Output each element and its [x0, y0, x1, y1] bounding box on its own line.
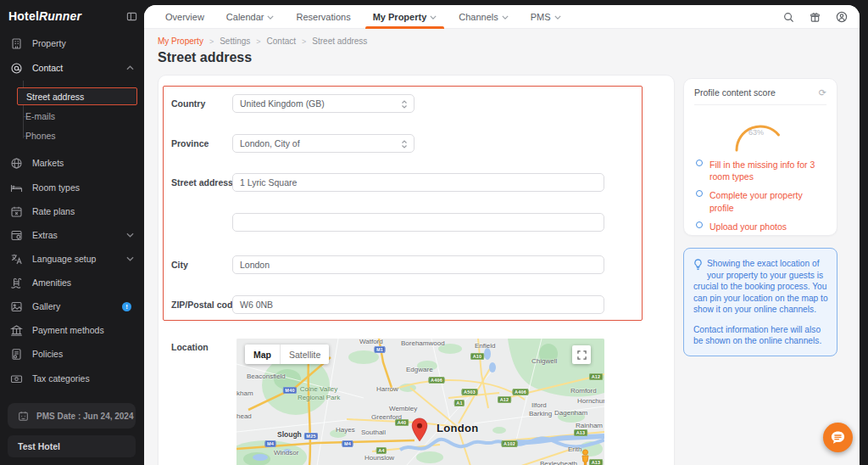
score-checklist-item[interactable]: Upload your photos: [696, 221, 828, 232]
breadcrumb-current: Street address: [312, 36, 367, 46]
street-address-input[interactable]: 1 Lyric Square: [232, 173, 604, 192]
sidebar-item-markets[interactable]: Markets: [0, 153, 144, 173]
nav-pms[interactable]: PMS: [520, 5, 572, 29]
map-view-button[interactable]: Map: [245, 345, 280, 364]
sidebar: HotelRunner Property Contact Street addr…: [0, 0, 144, 465]
form-highlight-outline: [163, 86, 643, 321]
fullscreen-button[interactable]: [572, 345, 591, 364]
gift-icon[interactable]: [810, 12, 821, 23]
zip-input[interactable]: W6 0NB: [232, 295, 604, 314]
map-town-label: Ilford: [531, 401, 547, 409]
nav-reservations[interactable]: Reservations: [285, 5, 361, 29]
sidebar-item-label: Tax categories: [32, 373, 90, 384]
satellite-view-button[interactable]: Satellite: [280, 345, 329, 364]
sidebar-item-gallery[interactable]: Gallery !: [0, 296, 144, 317]
sidebar-item-payment-methods[interactable]: Payment methods: [0, 320, 144, 340]
nav-channels[interactable]: Channels: [448, 5, 519, 29]
breadcrumb-contact[interactable]: Contact: [267, 36, 296, 46]
map-town-label: Borehamwood: [401, 339, 445, 347]
map-town-label: Watford: [359, 339, 383, 345]
chevron-down-icon: [126, 232, 134, 238]
nav-my-property[interactable]: My Property: [362, 5, 448, 29]
map-town-label: Slough: [277, 430, 302, 439]
road-badge: A503: [462, 389, 478, 395]
map-town-label: Enfield: [475, 342, 495, 350]
nav-calendar[interactable]: Calendar: [215, 5, 286, 29]
checklist-item-label: Complete your property profile: [709, 189, 828, 213]
map-town-label: Chigwell: [531, 357, 557, 365]
score-checklist-item[interactable]: Complete your property profile: [696, 189, 828, 213]
sidebar-item-label: Rate plans: [32, 206, 75, 216]
map-city-label: London: [437, 422, 478, 434]
breadcrumb-my-property[interactable]: My Property: [158, 36, 203, 46]
search-icon[interactable]: [783, 12, 794, 23]
refresh-icon[interactable]: ⟳: [819, 88, 826, 98]
checklist-item-label: Fill in the missing info for 3 room type…: [709, 159, 828, 182]
province-select[interactable]: London, City of: [232, 134, 415, 153]
sidebar-item-emails[interactable]: E-mails: [25, 108, 127, 125]
score-value: 63%: [748, 128, 764, 137]
right-edge-strip: [860, 0, 868, 465]
account-icon[interactable]: [836, 11, 848, 23]
country-label: Country: [171, 98, 205, 109]
property-switcher[interactable]: Test Hotel: [8, 435, 136, 457]
map-town-label: Barking: [529, 410, 552, 417]
sidebar-item-rate-plans[interactable]: Rate plans: [0, 201, 144, 221]
image-icon: [10, 300, 23, 313]
map-town-label: Hornchurch: [577, 397, 604, 405]
score-checklist-item[interactable]: Fill in the missing info for 3 room type…: [696, 159, 828, 182]
map-marker-pin[interactable]: [411, 417, 428, 442]
road-badge: M1: [374, 346, 385, 353]
map-town-label: Rainham: [576, 422, 603, 429]
road-badge: A40: [395, 419, 409, 426]
map-town-label: Bexleyheath: [540, 460, 577, 465]
pms-date-label: PMS Date : Jun 24, 2024: [36, 412, 134, 421]
page-title: Street address: [158, 50, 252, 65]
tip-paragraph-2: Contact information here will also be sh…: [693, 324, 828, 347]
sidebar-item-amenities[interactable]: Amenities: [0, 272, 144, 293]
city-input[interactable]: London: [232, 255, 604, 274]
sidebar-item-extras[interactable]: Extras: [0, 225, 144, 245]
location-map[interactable]: WatfordBorehamwoodEnfieldChigwellEdgware…: [236, 339, 604, 465]
location-label: Location: [171, 342, 209, 352]
park-label: Colne ValleyRegional Park: [289, 385, 348, 401]
sidebar-item-property[interactable]: Property: [0, 33, 144, 53]
sidebar-collapse-icon[interactable]: [126, 11, 137, 22]
sidebar-item-street-address[interactable]: Street address: [17, 87, 137, 105]
map-town-label: kham: [236, 389, 253, 397]
street-address-2-input[interactable]: [232, 213, 604, 232]
address-form-card: Country United Kingdom (GB) Province Lon…: [158, 75, 675, 465]
sidebar-item-label: Payment methods: [32, 325, 104, 335]
sidebar-item-policies[interactable]: Policies: [0, 344, 144, 364]
road-badge: A12: [498, 396, 511, 403]
sidebar-item-contact[interactable]: Contact: [0, 58, 144, 78]
road-badge: A12: [589, 373, 603, 380]
chat-support-button[interactable]: [823, 423, 853, 452]
at-icon: [10, 62, 23, 75]
top-navigation: Overview Calendar Reservations My Proper…: [144, 5, 860, 29]
nav-overview[interactable]: Overview: [154, 5, 215, 29]
sidebar-item-language-setup[interactable]: Language setup: [0, 249, 144, 269]
country-select[interactable]: United Kingdom (GB): [232, 94, 415, 113]
sidebar-item-phones[interactable]: Phones: [25, 127, 127, 144]
road-badge: M4: [264, 440, 275, 447]
sidebar-item-tax-categories[interactable]: Tax categories: [0, 368, 144, 389]
checklist-bullet-icon: [696, 221, 703, 228]
building-icon: [10, 37, 23, 50]
main-panel: Overview Calendar Reservations My Proper…: [144, 5, 860, 465]
checklist-bullet-icon: [696, 190, 703, 197]
location-tip-box: Showing the exact location of your prope…: [683, 248, 837, 356]
sidebar-item-label: Extras: [32, 230, 58, 240]
road-badge: A4: [376, 447, 387, 454]
road-badge: A10: [470, 353, 484, 360]
map-town-label: Wembley: [389, 405, 417, 412]
sidebar-item-label: Property: [32, 38, 66, 48]
pegman-icon[interactable]: [579, 449, 592, 465]
road-badge: M25: [304, 433, 318, 440]
street-address-label: Street address: [171, 177, 233, 188]
select-arrows-icon: [401, 99, 408, 109]
hotelrunner-logo[interactable]: HotelRunner: [8, 9, 81, 23]
sidebar-item-room-types[interactable]: Room types: [0, 177, 144, 198]
road-badge: A406: [429, 377, 445, 384]
breadcrumb-settings[interactable]: Settings: [220, 36, 250, 46]
